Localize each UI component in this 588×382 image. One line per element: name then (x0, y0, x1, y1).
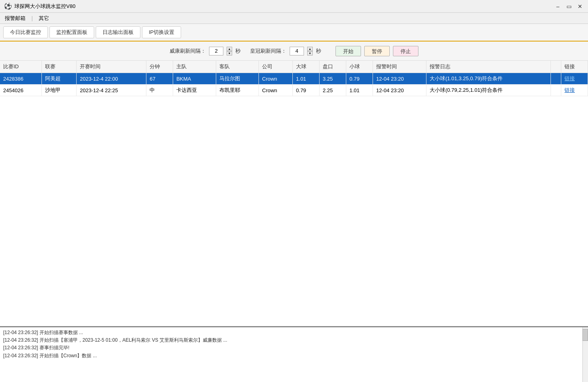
cell-alert-log: 大小球(1.01,3.25,0.79)符合条件 (426, 73, 551, 85)
title-bar: ⚽ 球探网大小球跳水监控V80 ‒ ▭ ✕ (0, 0, 588, 13)
title-bar-left: ⚽ 球探网大小球跳水监控V80 (4, 2, 75, 10)
log-line: [12-04 23:26:32] 赛事扫描完毕! (3, 344, 585, 352)
tab-log-output[interactable]: 日志输出面板 (96, 26, 140, 38)
close-button[interactable]: ✕ (576, 2, 584, 10)
log-line: [12-04 23:26:32] 开始扫描赛事数据 ... (3, 329, 585, 336)
tab-bar: 今日比赛监控 监控配置面板 日志输出面板 IP切换设置 (0, 24, 588, 42)
menu-separator: ｜ (30, 15, 35, 22)
cell-company: Crown (259, 85, 293, 96)
log-line: [12-04 23:26:32] 开始扫描【塞浦甲，2023-12-5 01:0… (3, 336, 585, 344)
tab-today-monitor[interactable]: 今日比赛监控 (3, 26, 48, 38)
menu-bar: 报警邮箱 ｜ 其它 (0, 13, 588, 24)
cell-start-time: 2023-12-4 22:00 (77, 73, 146, 85)
cell-empty (551, 73, 561, 85)
table-row[interactable]: 2454026沙地甲2023-12-4 22:25中卡达西亚布凯里耶Crown0… (0, 85, 588, 96)
scrollbar-thumb[interactable] (582, 329, 588, 341)
huangguan-up-button[interactable]: ▲ (307, 47, 313, 51)
cell-away: 布凯里耶 (216, 85, 258, 96)
col-home: 主队 (173, 61, 216, 73)
cell-empty (551, 85, 561, 96)
title-bar-controls: ‒ ▭ ✕ (554, 2, 584, 10)
tab-monitor-config[interactable]: 监控配置面板 (49, 26, 94, 38)
minimize-button[interactable]: ‒ (554, 2, 562, 10)
cell-big-ball: 0.79 (293, 85, 320, 96)
col-alert-time: 报警时间 (373, 61, 426, 73)
start-button[interactable]: 开始 (335, 46, 361, 56)
cell-start-time: 2023-12-4 22:25 (77, 85, 146, 96)
pause-button[interactable]: 暂停 (364, 46, 390, 56)
huangguan-interval-input[interactable] (290, 47, 304, 55)
cell-id: 2428386 (0, 73, 42, 85)
col-id: 比赛ID (0, 61, 42, 73)
weikang-spinner[interactable]: ▲ ▼ (227, 47, 232, 55)
cell-alert-log: 大小球(0.79,2.25,1.01)符合条件 (426, 85, 551, 96)
cell-id: 2454026 (0, 85, 42, 96)
cell-company: Crown (259, 73, 293, 85)
stop-button[interactable]: 停止 (393, 46, 418, 56)
scrollbar[interactable] (582, 327, 588, 382)
huangguan-label: 皇冠刷新间隔： (250, 48, 286, 55)
controls-row: 威康刷新间隔： ▲ ▼ 秒 皇冠刷新间隔： ▲ ▼ 秒 开始 暂停 停止 (0, 42, 588, 61)
cell-alert-time: 12-04 23:20 (373, 85, 426, 96)
weikang-label: 威康刷新间隔： (170, 48, 206, 55)
log-area: [12-04 23:26:32] 开始扫描赛事数据 ...[12-04 23:2… (0, 326, 588, 382)
huangguan-down-button[interactable]: ▼ (307, 51, 313, 55)
cell-link[interactable]: 链接 (561, 85, 588, 96)
cell-league: 沙地甲 (42, 85, 77, 96)
cell-small-ball: 1.01 (346, 85, 373, 96)
weikang-up-button[interactable]: ▲ (227, 47, 232, 51)
data-table: 比赛ID 联赛 开赛时间 分钟 主队 客队 公司 大球 盘口 小球 报警时间 报… (0, 61, 588, 96)
cell-home: BKMA (173, 73, 216, 85)
cell-small-ball: 0.79 (346, 73, 373, 85)
col-away: 客队 (216, 61, 258, 73)
col-start-time: 开赛时间 (77, 61, 146, 73)
cell-league: 阿美超 (42, 73, 77, 85)
table-header: 比赛ID 联赛 开赛时间 分钟 主队 客队 公司 大球 盘口 小球 报警时间 报… (0, 61, 588, 73)
cell-alert-time: 12-04 23:20 (373, 73, 426, 85)
cell-away: 马拉尔图 (216, 73, 258, 85)
table-row[interactable]: 2428386阿美超2023-12-4 22:0067BKMA马拉尔图Crown… (0, 73, 588, 85)
cell-minutes: 67 (146, 73, 173, 85)
app-title: 球探网大小球跳水监控V80 (14, 3, 75, 10)
cell-link[interactable]: 链接 (561, 73, 588, 85)
log-content: [12-04 23:26:32] 开始扫描赛事数据 ...[12-04 23:2… (0, 327, 588, 382)
huangguan-spinner[interactable]: ▲ ▼ (307, 47, 313, 55)
col-minutes: 分钟 (146, 61, 173, 73)
col-alert-log: 报警日志 (426, 61, 551, 73)
col-empty (551, 61, 561, 73)
cell-handicap: 3.25 (320, 73, 346, 85)
col-company: 公司 (259, 61, 293, 73)
weikang-interval-input[interactable] (209, 47, 223, 55)
col-big-ball: 大球 (293, 61, 320, 73)
log-line: [12-04 23:26:32] 开始扫描【Crown】数据 ... (3, 352, 585, 360)
cell-home: 卡达西亚 (173, 85, 216, 96)
menu-item-email[interactable]: 报警邮箱 (3, 15, 27, 22)
maximize-button[interactable]: ▭ (565, 2, 573, 10)
col-handicap: 盘口 (320, 61, 346, 73)
col-small-ball: 小球 (346, 61, 373, 73)
huangguan-unit: 秒 (316, 48, 321, 55)
cell-big-ball: 1.01 (293, 73, 320, 85)
tab-ip-switch[interactable]: IP切换设置 (142, 26, 181, 38)
table-area: 比赛ID 联赛 开赛时间 分钟 主队 客队 公司 大球 盘口 小球 报警时间 报… (0, 61, 588, 326)
menu-item-other[interactable]: 其它 (37, 15, 51, 22)
cell-handicap: 2.25 (320, 85, 346, 96)
cell-minutes: 中 (146, 85, 173, 96)
weikang-down-button[interactable]: ▼ (227, 51, 232, 55)
col-league: 联赛 (42, 61, 77, 73)
app-icon: ⚽ (4, 2, 12, 10)
table-body: 2428386阿美超2023-12-4 22:0067BKMA马拉尔图Crown… (0, 73, 588, 96)
weikang-unit: 秒 (235, 48, 241, 55)
col-link: 链接 (561, 61, 588, 73)
